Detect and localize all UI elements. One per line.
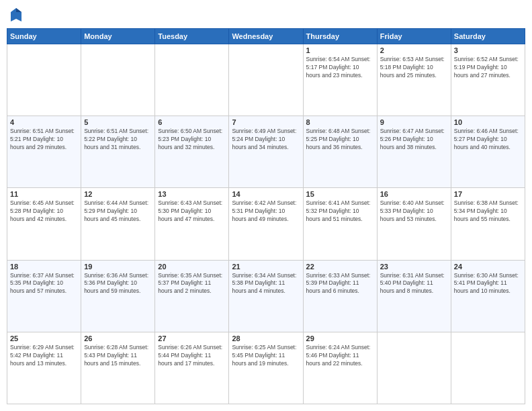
- day-info: Sunrise: 6:24 AM Sunset: 5:46 PM Dayligh…: [306, 344, 374, 368]
- day-info: Sunrise: 6:25 AM Sunset: 5:45 PM Dayligh…: [232, 344, 300, 368]
- calendar-cell: 9Sunrise: 6:47 AM Sunset: 5:26 PM Daylig…: [377, 116, 451, 188]
- calendar-cell: 25Sunrise: 6:29 AM Sunset: 5:42 PM Dayli…: [7, 332, 81, 404]
- header: [7, 7, 525, 23]
- calendar-cell: 4Sunrise: 6:51 AM Sunset: 5:21 PM Daylig…: [7, 116, 81, 188]
- day-number: 9: [380, 118, 448, 126]
- day-number: 14: [232, 190, 300, 198]
- day-info: Sunrise: 6:31 AM Sunset: 5:40 PM Dayligh…: [380, 272, 448, 296]
- calendar-week-row: 18Sunrise: 6:37 AM Sunset: 5:35 PM Dayli…: [7, 260, 525, 332]
- day-info: Sunrise: 6:54 AM Sunset: 5:17 PM Dayligh…: [306, 56, 374, 80]
- calendar-cell: 7Sunrise: 6:49 AM Sunset: 5:24 PM Daylig…: [229, 116, 303, 188]
- day-info: Sunrise: 6:40 AM Sunset: 5:33 PM Dayligh…: [380, 199, 448, 224]
- calendar-cell: 6Sunrise: 6:50 AM Sunset: 5:23 PM Daylig…: [155, 116, 229, 188]
- day-number: 13: [158, 190, 226, 198]
- day-number: 19: [84, 263, 152, 271]
- day-info: Sunrise: 6:46 AM Sunset: 5:27 PM Dayligh…: [454, 128, 522, 152]
- day-number: 18: [10, 263, 78, 271]
- day-number: 11: [10, 190, 78, 198]
- day-number: 12: [84, 190, 152, 198]
- calendar-cell: 2Sunrise: 6:53 AM Sunset: 5:18 PM Daylig…: [377, 44, 451, 116]
- calendar-cell: 1Sunrise: 6:54 AM Sunset: 5:17 PM Daylig…: [303, 44, 377, 116]
- calendar-cell: [7, 44, 81, 116]
- day-number: 27: [158, 334, 226, 342]
- day-info: Sunrise: 6:51 AM Sunset: 5:22 PM Dayligh…: [84, 128, 152, 152]
- calendar-cell: 17Sunrise: 6:38 AM Sunset: 5:34 PM Dayli…: [451, 188, 525, 260]
- calendar-cell: 24Sunrise: 6:30 AM Sunset: 5:41 PM Dayli…: [451, 260, 525, 332]
- day-number: 17: [454, 190, 522, 198]
- calendar-day-header: Tuesday: [155, 29, 229, 44]
- day-info: Sunrise: 6:47 AM Sunset: 5:26 PM Dayligh…: [380, 128, 448, 152]
- calendar-cell: 14Sunrise: 6:42 AM Sunset: 5:31 PM Dayli…: [229, 188, 303, 260]
- calendar-cell: 29Sunrise: 6:24 AM Sunset: 5:46 PM Dayli…: [303, 332, 377, 404]
- day-number: 15: [306, 190, 374, 198]
- day-info: Sunrise: 6:29 AM Sunset: 5:42 PM Dayligh…: [10, 344, 78, 368]
- day-number: 22: [306, 263, 374, 271]
- day-number: 3: [454, 46, 522, 54]
- day-info: Sunrise: 6:33 AM Sunset: 5:39 PM Dayligh…: [306, 272, 374, 296]
- calendar-cell: [229, 44, 303, 116]
- calendar-week-row: 4Sunrise: 6:51 AM Sunset: 5:21 PM Daylig…: [7, 116, 525, 188]
- calendar-cell: 26Sunrise: 6:28 AM Sunset: 5:43 PM Dayli…: [81, 332, 155, 404]
- day-info: Sunrise: 6:49 AM Sunset: 5:24 PM Dayligh…: [232, 128, 300, 152]
- calendar-day-header: Sunday: [7, 29, 81, 44]
- svg-marker-1: [16, 8, 21, 12]
- day-info: Sunrise: 6:28 AM Sunset: 5:43 PM Dayligh…: [84, 344, 152, 368]
- calendar-cell: 11Sunrise: 6:45 AM Sunset: 5:28 PM Dayli…: [7, 188, 81, 260]
- calendar-cell: 27Sunrise: 6:26 AM Sunset: 5:44 PM Dayli…: [155, 332, 229, 404]
- day-number: 2: [380, 46, 448, 54]
- day-info: Sunrise: 6:30 AM Sunset: 5:41 PM Dayligh…: [454, 272, 522, 296]
- day-info: Sunrise: 6:41 AM Sunset: 5:32 PM Dayligh…: [306, 199, 374, 224]
- day-number: 26: [84, 334, 152, 342]
- calendar-day-header: Friday: [377, 29, 451, 44]
- calendar-cell: 13Sunrise: 6:43 AM Sunset: 5:30 PM Dayli…: [155, 188, 229, 260]
- day-number: 28: [232, 334, 300, 342]
- calendar-week-row: 11Sunrise: 6:45 AM Sunset: 5:28 PM Dayli…: [7, 188, 525, 260]
- calendar-cell: [377, 332, 451, 404]
- calendar-table: SundayMondayTuesdayWednesdayThursdayFrid…: [7, 28, 525, 404]
- day-number: 21: [232, 263, 300, 271]
- calendar-cell: 20Sunrise: 6:35 AM Sunset: 5:37 PM Dayli…: [155, 260, 229, 332]
- day-info: Sunrise: 6:53 AM Sunset: 5:18 PM Dayligh…: [380, 56, 448, 80]
- calendar-cell: 23Sunrise: 6:31 AM Sunset: 5:40 PM Dayli…: [377, 260, 451, 332]
- day-info: Sunrise: 6:26 AM Sunset: 5:44 PM Dayligh…: [158, 344, 226, 368]
- day-number: 24: [454, 263, 522, 271]
- page: SundayMondayTuesdayWednesdayThursdayFrid…: [0, 0, 532, 411]
- day-number: 10: [454, 118, 522, 126]
- calendar-cell: 21Sunrise: 6:34 AM Sunset: 5:38 PM Dayli…: [229, 260, 303, 332]
- day-info: Sunrise: 6:51 AM Sunset: 5:21 PM Dayligh…: [10, 128, 78, 152]
- logo-icon: [9, 7, 23, 23]
- day-number: 16: [380, 190, 448, 198]
- calendar-cell: [155, 44, 229, 116]
- calendar-day-header: Saturday: [451, 29, 525, 44]
- calendar-day-header: Wednesday: [229, 29, 303, 44]
- day-number: 23: [380, 263, 448, 271]
- calendar-cell: 12Sunrise: 6:44 AM Sunset: 5:29 PM Dayli…: [81, 188, 155, 260]
- day-number: 29: [306, 334, 374, 342]
- day-info: Sunrise: 6:42 AM Sunset: 5:31 PM Dayligh…: [232, 199, 300, 224]
- day-number: 1: [306, 46, 374, 54]
- day-info: Sunrise: 6:50 AM Sunset: 5:23 PM Dayligh…: [158, 128, 226, 152]
- day-number: 8: [306, 118, 374, 126]
- day-info: Sunrise: 6:52 AM Sunset: 5:19 PM Dayligh…: [454, 56, 522, 80]
- day-number: 7: [232, 118, 300, 126]
- calendar-cell: [451, 332, 525, 404]
- day-number: 4: [10, 118, 78, 126]
- calendar-week-row: 1Sunrise: 6:54 AM Sunset: 5:17 PM Daylig…: [7, 44, 525, 116]
- calendar-cell: 28Sunrise: 6:25 AM Sunset: 5:45 PM Dayli…: [229, 332, 303, 404]
- day-number: 5: [84, 118, 152, 126]
- calendar-day-header: Thursday: [303, 29, 377, 44]
- calendar-day-header: Monday: [81, 29, 155, 44]
- day-number: 20: [158, 263, 226, 271]
- calendar-week-row: 25Sunrise: 6:29 AM Sunset: 5:42 PM Dayli…: [7, 332, 525, 404]
- day-number: 25: [10, 334, 78, 342]
- calendar-cell: 3Sunrise: 6:52 AM Sunset: 5:19 PM Daylig…: [451, 44, 525, 116]
- calendar-cell: 19Sunrise: 6:36 AM Sunset: 5:36 PM Dayli…: [81, 260, 155, 332]
- day-info: Sunrise: 6:44 AM Sunset: 5:29 PM Dayligh…: [84, 199, 152, 224]
- calendar-cell: 5Sunrise: 6:51 AM Sunset: 5:22 PM Daylig…: [81, 116, 155, 188]
- calendar-cell: [81, 44, 155, 116]
- day-info: Sunrise: 6:37 AM Sunset: 5:35 PM Dayligh…: [10, 272, 78, 296]
- logo: [9, 7, 26, 23]
- day-info: Sunrise: 6:43 AM Sunset: 5:30 PM Dayligh…: [158, 199, 226, 224]
- calendar-cell: 18Sunrise: 6:37 AM Sunset: 5:35 PM Dayli…: [7, 260, 81, 332]
- calendar-header-row: SundayMondayTuesdayWednesdayThursdayFrid…: [7, 29, 525, 44]
